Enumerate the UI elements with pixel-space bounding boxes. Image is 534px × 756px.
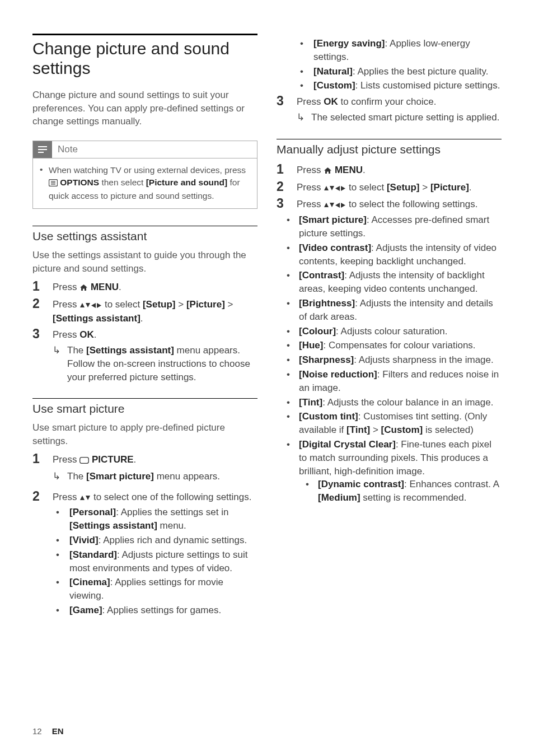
options-icon bbox=[49, 178, 58, 190]
nav-arrows-icon bbox=[324, 182, 346, 195]
nav-arrows-icon bbox=[324, 199, 346, 212]
svg-rect-7 bbox=[80, 458, 89, 464]
step: 3 Press OK to confirm your choice. bbox=[277, 94, 502, 109]
step: 3 Press to select the following settings… bbox=[277, 196, 502, 212]
step: 1 Press MENU. bbox=[277, 162, 502, 178]
page-number: 12 bbox=[32, 726, 42, 736]
svg-rect-0 bbox=[38, 146, 47, 147]
step: 2 Press to select [Setup] > [Picture] > … bbox=[32, 296, 257, 326]
result: ↳ The [Smart picture] menu appears. bbox=[32, 469, 257, 483]
nav-arrows-icon bbox=[79, 299, 102, 312]
page-lang: EN bbox=[52, 726, 64, 736]
step: 2 Press to select one of the following s… bbox=[32, 489, 257, 505]
assist-intro: Use the settings assistant to guide you … bbox=[32, 249, 257, 276]
svg-rect-2 bbox=[38, 152, 44, 153]
smart-options: [Personal]: Applies the settings set in … bbox=[32, 506, 257, 617]
intro-text: Change picture and sound settings to sui… bbox=[32, 88, 257, 128]
result: ↳ The selected smart picture setting is … bbox=[277, 110, 502, 124]
note-box: Note When watching TV or using external … bbox=[32, 141, 257, 209]
step: 1 Press PICTURE. bbox=[32, 451, 257, 468]
home-icon bbox=[324, 165, 332, 178]
manual-options: [Smart picture]: Accesses pre-defined sm… bbox=[277, 213, 502, 505]
updown-icon bbox=[79, 492, 91, 505]
assist-heading: Use settings assistant bbox=[32, 226, 257, 243]
home-icon bbox=[79, 282, 88, 295]
step: 1 Press MENU. bbox=[32, 279, 257, 295]
manual-heading: Manually adjust picture settings bbox=[277, 139, 502, 156]
smart-intro: Use smart picture to apply pre-defined p… bbox=[32, 421, 257, 448]
step: 3 Press OK. bbox=[32, 326, 257, 342]
note-icon bbox=[33, 141, 52, 158]
note-body: When watching TV or using external devic… bbox=[33, 158, 257, 208]
step: 2 Press to select [Setup] > [Picture]. bbox=[277, 179, 502, 195]
page-title: Change picture and sound settings bbox=[32, 34, 257, 78]
picture-icon bbox=[79, 454, 89, 468]
smart-heading: Use smart picture bbox=[32, 398, 257, 416]
footer: 12 EN bbox=[32, 726, 64, 736]
result: ↳ The [Settings assistant] menu appears.… bbox=[32, 343, 257, 384]
svg-rect-1 bbox=[38, 149, 47, 150]
note-label: Note bbox=[52, 144, 78, 155]
smart-options-cont: [Energy saving]: Applies low-energy sett… bbox=[277, 37, 502, 92]
